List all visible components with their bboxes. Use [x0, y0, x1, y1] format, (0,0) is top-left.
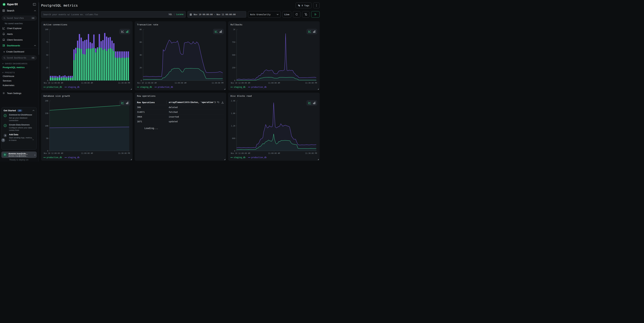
bar-view-button[interactable] — [313, 102, 316, 104]
legend-item-production_db[interactable]: production_db — [248, 156, 266, 159]
event-search[interactable]: SQL | Lucene — [41, 11, 186, 18]
hyperdx-logo-icon — [2, 3, 6, 6]
bar-view-button[interactable] — [313, 30, 316, 33]
legend-item-production_db[interactable]: production_db — [154, 86, 173, 88]
get-started-title: Get Started — [4, 109, 16, 112]
legend-item-staging_db[interactable]: staging_db — [64, 156, 80, 159]
legend-item-staging_db[interactable]: staging_db — [230, 86, 246, 88]
shortcut-badge: ⌘K — [31, 17, 35, 19]
legend-label: staging_db — [234, 86, 246, 88]
resize-handle[interactable] — [318, 88, 319, 90]
dashboards-icon — [2, 44, 5, 47]
resize-handle[interactable] — [131, 88, 132, 90]
get-started-step-add-data[interactable]: 3 Add Data Start sending logs, metrics, … — [4, 134, 34, 142]
chart-type-toggle — [306, 29, 317, 34]
sidebar-dashboard-postgresql-metrics[interactable]: PostgreSQL metrics — [0, 65, 38, 70]
legend-swatch — [44, 87, 46, 87]
cell-operation: inserted — [166, 116, 224, 118]
bar-view-button[interactable] — [126, 30, 128, 33]
presets-header[interactable]: PRESETS — [0, 70, 38, 74]
legend-item-production_db[interactable]: production_db — [44, 156, 62, 159]
user-menu[interactable]: D dominic.tran@clic... dominic.tran@clic… — [1, 152, 37, 158]
scrollbar-thumb[interactable] — [38, 2, 39, 55]
gear-icon — [2, 92, 5, 94]
bar-view-button[interactable] — [126, 102, 128, 104]
panel-active-connections: Active connections1007550250Nov 10 12:00… — [41, 21, 132, 90]
help-button[interactable]: ? — [1, 138, 5, 142]
download-icon[interactable] — [222, 101, 224, 104]
sidebar-item-client-sessions[interactable]: Client Sessions — [0, 37, 38, 42]
sidebar-item-dashboards[interactable]: Dashboards — [0, 42, 38, 48]
legend-item-staging_db[interactable]: staging_db — [64, 86, 80, 88]
filter-edit-button[interactable] — [302, 11, 310, 18]
preset-clickhouse[interactable]: ClickHouse — [0, 74, 38, 78]
saved-dashboards-field[interactable] — [7, 57, 30, 59]
kebab-icon — [316, 4, 317, 7]
more-options-button[interactable] — [313, 2, 320, 8]
step-subtitle: Set up your database connection — [9, 117, 34, 122]
brand[interactable]: HyperDX — [2, 3, 18, 6]
tags-button[interactable]: 0 Tags — [296, 2, 312, 8]
live-button[interactable]: Live — [282, 11, 291, 18]
resize-handle[interactable] — [224, 159, 225, 160]
legend-item-staging_db[interactable]: staging_db — [137, 86, 152, 88]
preset-services[interactable]: Services — [0, 78, 38, 83]
chevron-right-icon: › — [34, 154, 35, 156]
run-query-button[interactable] — [311, 11, 320, 18]
resize-handle[interactable] — [318, 159, 319, 160]
lucene-mode-toggle[interactable]: Lucene — [176, 13, 184, 16]
svg-text:0: 0 — [47, 80, 48, 82]
panel-database-size-growth: Database size growth20B15B10B5B0Nov 10 1… — [41, 93, 132, 161]
legend-swatch — [248, 87, 250, 87]
granularity-value: Auto Granularity — [250, 13, 270, 16]
search-icon — [4, 17, 6, 19]
sidebar-item-alerts[interactable]: Alerts — [0, 31, 38, 37]
area-staging_db — [50, 127, 129, 151]
svg-text:10B: 10B — [45, 125, 48, 127]
create-dashboard-button[interactable]: + Create Dashboard — [0, 48, 38, 54]
line-view-button[interactable] — [121, 102, 124, 104]
refresh-button[interactable] — [293, 11, 300, 18]
step-subtitle: Start sending logs, metrics, or traces — [9, 136, 34, 142]
date-range-picker[interactable]: Nov 10 00:00:00 - Nov 11 00:00:00 — [188, 11, 246, 18]
cell-count: 1871 — [137, 120, 166, 123]
legend-item-staging_db[interactable]: staging_db — [230, 156, 246, 159]
get-started-header[interactable]: Get Started 2/3 — [4, 109, 34, 112]
preset-kubernetes[interactable]: Kubernetes — [0, 83, 38, 88]
saved-dashboards-input[interactable]: ⌘K — [2, 56, 37, 60]
legend-label: staging_db — [234, 156, 246, 159]
tag-icon — [298, 4, 300, 7]
svg-text:0: 0 — [234, 150, 235, 152]
svg-text:11:30:00 PM: 11:30:00 PM — [305, 152, 317, 154]
saved-dashboards-header[interactable]: SAVED DASHBOARDS — [0, 60, 38, 65]
line-view-button[interactable] — [215, 30, 218, 33]
get-started-step-connect[interactable]: Connect to ClickHouse Set up your databa… — [4, 114, 34, 122]
svg-text:11:30:00 PM: 11:30:00 PM — [305, 82, 317, 84]
panel-rollbacks: Rollbacks1K7505002500Nov 10 12:00:00 AM1… — [228, 21, 320, 90]
get-started-step-sources[interactable]: Create Data Sources Configure where your… — [4, 124, 34, 132]
legend-item-production_db[interactable]: production_db — [248, 86, 266, 88]
resize-handle[interactable] — [131, 159, 132, 160]
sql-mode-toggle[interactable]: SQL — [168, 13, 172, 16]
sidebar-item-team-settings[interactable]: Team Settings — [0, 90, 38, 96]
line-view-button[interactable] — [121, 30, 124, 33]
legend-item-production_db[interactable]: production_db — [44, 86, 62, 88]
sidebar-item-chart-explorer[interactable]: Chart Explorer — [0, 25, 38, 31]
sidebar-section-search[interactable]: Search — [0, 8, 38, 14]
collapse-sidebar-icon[interactable] — [33, 3, 36, 6]
svg-text:11:30:00 PM: 11:30:00 PM — [118, 152, 130, 154]
filter-edit-icon — [304, 13, 307, 16]
line-view-button[interactable] — [308, 102, 311, 104]
svg-text:11:30:00 PM: 11:30:00 PM — [118, 82, 130, 84]
column-options-icon[interactable] — [217, 101, 219, 104]
line-view-button[interactable] — [308, 30, 311, 33]
resize-handle[interactable] — [224, 88, 225, 90]
granularity-select[interactable]: Auto Granularity — [248, 11, 281, 18]
saved-searches-input[interactable]: ⌘K — [2, 16, 37, 20]
get-started-panel: Get Started 2/3 Connect to ClickHouse Se… — [1, 107, 37, 150]
svg-text:5B: 5B — [46, 137, 48, 139]
user-name: dominic.tran@clic... — [8, 152, 28, 155]
event-search-input[interactable] — [43, 13, 167, 16]
saved-searches-field[interactable] — [7, 17, 30, 19]
bar-view-button[interactable] — [220, 30, 222, 33]
